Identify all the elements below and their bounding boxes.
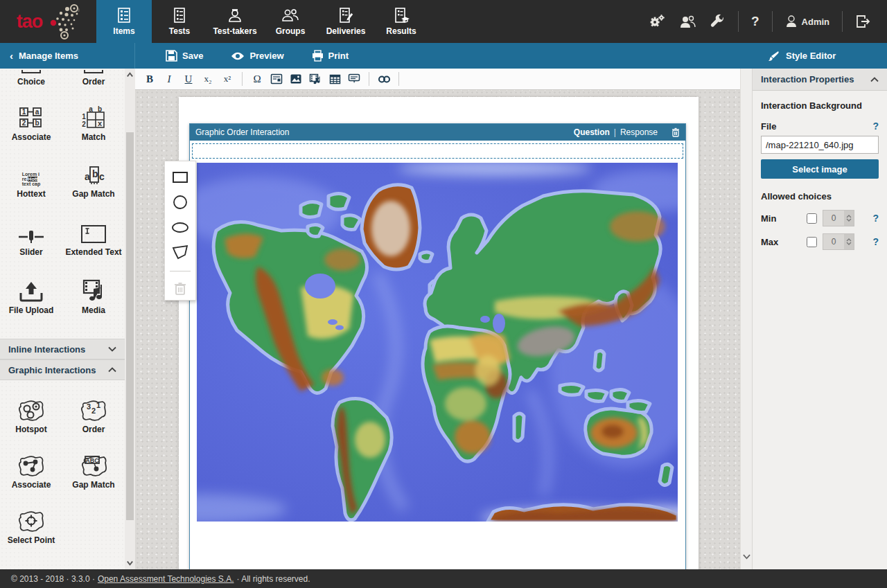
max-help-button[interactable]: ? bbox=[872, 236, 879, 247]
svg-text:b: b bbox=[35, 119, 39, 127]
interaction-properties-header[interactable]: Interaction Properties bbox=[753, 69, 887, 91]
superscript-button[interactable]: x² bbox=[218, 71, 236, 87]
sidebar-item-media[interactable]: Media bbox=[62, 278, 125, 315]
polygon-tool-button[interactable] bbox=[170, 243, 191, 261]
back-chevron-icon: ‹ bbox=[10, 50, 13, 62]
prompt-text-area[interactable] bbox=[192, 143, 683, 159]
tab-deliveries[interactable]: Deliveries bbox=[318, 0, 374, 43]
section-inline-interactions[interactable]: Inline Interactions bbox=[0, 339, 125, 359]
help-button[interactable]: ? bbox=[751, 14, 759, 29]
spinner-arrows[interactable] bbox=[844, 211, 854, 226]
italic-button[interactable]: I bbox=[160, 71, 178, 87]
circle-tool-button[interactable] bbox=[170, 193, 191, 211]
gap-match-icon: abc bbox=[80, 161, 107, 186]
tab-test-takers[interactable]: Test-takers bbox=[207, 0, 263, 43]
question-toggle[interactable]: Question bbox=[574, 127, 610, 137]
tab-groups[interactable]: Groups bbox=[263, 0, 318, 43]
spin-down-icon[interactable] bbox=[846, 242, 852, 245]
sidebar-item-graphic-order[interactable]: 321 Order bbox=[62, 397, 125, 434]
sidebar-item-hottext[interactable]: Lorem i re.Hott text cap Hottext bbox=[0, 161, 62, 199]
sidebar-item-graphic-associate[interactable]: Associate bbox=[0, 452, 62, 490]
delete-shape-button[interactable] bbox=[170, 280, 191, 298]
tab-items-label: Items bbox=[113, 26, 134, 36]
delete-interaction-button[interactable] bbox=[671, 127, 680, 137]
file-label: File bbox=[761, 121, 776, 132]
sidebar-scrollbar[interactable] bbox=[125, 69, 135, 569]
scroll-down-icon[interactable] bbox=[126, 559, 134, 567]
world-map-image[interactable] bbox=[197, 163, 678, 522]
tools-button[interactable] bbox=[709, 13, 726, 30]
svg-text:a: a bbox=[89, 106, 93, 113]
logout-button[interactable] bbox=[855, 13, 872, 30]
max-value-spinner[interactable]: 0 bbox=[823, 233, 854, 250]
style-editor-button[interactable]: Style Editor bbox=[752, 43, 887, 69]
insert-table-button[interactable] bbox=[326, 71, 344, 87]
shared-stimulus-button[interactable] bbox=[267, 71, 286, 87]
insert-image-button[interactable] bbox=[287, 71, 305, 87]
interaction-library-sidebar: Choice Order 1a2b Associate ab12x Match … bbox=[0, 69, 125, 569]
sidebar-item-order[interactable]: Order bbox=[62, 70, 125, 87]
graphic-order-interaction-widget[interactable]: Graphic Order Interaction Question | Res… bbox=[189, 123, 686, 569]
sidebar-scrollbar-thumb[interactable] bbox=[126, 132, 134, 520]
min-label: Min bbox=[761, 213, 807, 224]
sidebar-item-match[interactable]: ab12x Match bbox=[62, 105, 125, 142]
select-image-button[interactable]: Select image bbox=[761, 159, 879, 179]
print-label: Print bbox=[328, 51, 349, 61]
user-account-button[interactable]: Admin bbox=[785, 15, 829, 28]
graphic-associate-icon bbox=[17, 452, 45, 477]
print-button[interactable]: Print bbox=[301, 43, 360, 69]
file-help-button[interactable]: ? bbox=[872, 121, 879, 132]
insert-media-button[interactable] bbox=[306, 71, 324, 87]
scroll-up-icon[interactable] bbox=[126, 71, 134, 79]
response-toggle[interactable]: Response bbox=[620, 127, 658, 137]
order-icon bbox=[82, 70, 105, 74]
min-value: 0 bbox=[823, 211, 844, 226]
special-character-button[interactable]: Ω bbox=[248, 71, 266, 87]
panel-scroll-down-icon[interactable] bbox=[743, 553, 750, 560]
chevron-up-icon bbox=[870, 77, 879, 82]
tab-results[interactable]: Results bbox=[374, 0, 429, 43]
min-help-button[interactable]: ? bbox=[872, 213, 879, 224]
background-file-input[interactable] bbox=[761, 136, 879, 154]
tab-results-label: Results bbox=[386, 26, 416, 36]
tab-tests[interactable]: Tests bbox=[152, 0, 207, 43]
max-value: 0 bbox=[823, 234, 844, 249]
user-management-button[interactable] bbox=[678, 13, 696, 30]
rectangle-tool-button[interactable] bbox=[170, 168, 191, 186]
section-graphic-interactions[interactable]: Graphic Interactions bbox=[0, 359, 125, 380]
sidebar-item-choice[interactable]: Choice bbox=[0, 70, 62, 87]
subscript-button[interactable]: x₂ bbox=[199, 71, 217, 87]
sidebar-item-slider[interactable]: Slider bbox=[0, 220, 62, 257]
bold-button[interactable]: B bbox=[141, 71, 159, 87]
sidebar-item-label: Hotspot bbox=[15, 425, 46, 434]
back-to-manage-items[interactable]: ‹ Manage Items bbox=[0, 43, 135, 69]
sidebar-item-graphic-gap-match[interactable]: ABC Gap Match bbox=[62, 452, 125, 490]
underline-button[interactable]: U bbox=[179, 71, 197, 87]
sidebar-item-gap-match[interactable]: abc Gap Match bbox=[62, 161, 125, 199]
max-enable-checkbox[interactable] bbox=[807, 237, 817, 247]
spin-down-icon[interactable] bbox=[846, 218, 852, 222]
ellipse-tool-button[interactable] bbox=[170, 218, 191, 236]
sidebar-item-extended-text[interactable]: Extended Text bbox=[62, 220, 125, 257]
svg-text:3: 3 bbox=[87, 402, 91, 411]
tooltip-button[interactable] bbox=[345, 71, 363, 87]
sidebar-item-select-point[interactable]: Select Point bbox=[0, 508, 62, 545]
settings-button[interactable] bbox=[648, 13, 666, 30]
spinner-arrows[interactable] bbox=[844, 234, 854, 249]
svg-text:b: b bbox=[98, 106, 102, 113]
min-enable-checkbox[interactable] bbox=[807, 213, 817, 224]
results-icon bbox=[393, 7, 410, 24]
insert-link-button[interactable] bbox=[375, 71, 393, 87]
sidebar-item-associate[interactable]: 1a2b Associate bbox=[0, 105, 62, 142]
min-value-spinner[interactable]: 0 bbox=[823, 210, 854, 226]
interaction-background-image[interactable] bbox=[197, 163, 678, 522]
preview-button[interactable]: Preview bbox=[220, 43, 295, 69]
save-button[interactable]: Save bbox=[155, 43, 214, 69]
tao-logo[interactable]: tao ® bbox=[0, 0, 96, 43]
sidebar-item-hotspot[interactable]: Hotspot bbox=[0, 397, 62, 434]
preview-icon bbox=[231, 51, 245, 61]
oat-link[interactable]: Open Assessment Technologies S.A. bbox=[98, 574, 234, 584]
sidebar-item-file-upload[interactable]: File Upload bbox=[0, 278, 62, 315]
tab-items[interactable]: Items bbox=[96, 0, 152, 43]
svg-text:a: a bbox=[35, 108, 39, 116]
